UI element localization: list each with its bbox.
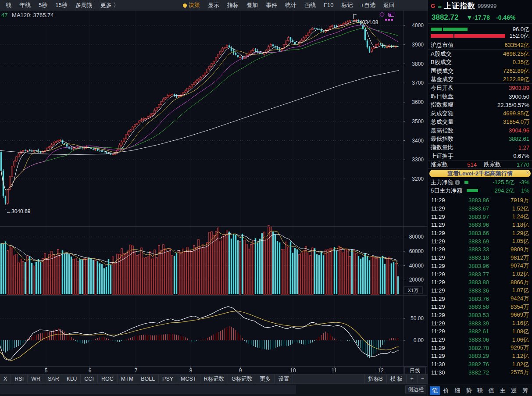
panel-tab-筹[interactable]: 筹 (520, 386, 530, 395)
sidebar-toggle-button[interactable]: 侧边栏 (405, 385, 426, 394)
sell-volume-bar-row: 152.0亿 (431, 32, 529, 39)
period-menu-item-3[interactable]: 15秒 (51, 1, 71, 9)
tick-row[interactable]: 11:293882.789295万 (428, 344, 532, 352)
tick-row[interactable]: 11:293883.808866万 (428, 278, 532, 286)
tick-row[interactable]: 11:293882.611.08亿 (428, 327, 532, 335)
tick-row[interactable]: 11:293883.539669万 (428, 311, 532, 319)
tools-menu-item-2[interactable]: 叠加 (243, 1, 262, 9)
panel-tab-势[interactable]: 势 (464, 386, 474, 395)
indicator-button-6[interactable]: ROC (98, 375, 118, 383)
indicator-button-13[interactable]: 更多 (256, 375, 275, 383)
tick-row[interactable]: 11:293883.361.07亿 (428, 286, 532, 295)
period-menu-item-0[interactable]: 线 (2, 1, 15, 9)
tick-volume: 2575万 (511, 368, 529, 376)
tools-menu-item-7[interactable]: 标记 (337, 1, 357, 9)
panel-tab-主[interactable]: 主 (498, 386, 508, 395)
indicator-button-8[interactable]: BOLL (137, 375, 159, 383)
tools-menu-item-4[interactable]: 统计 (281, 1, 300, 9)
tick-row[interactable]: 11:293883.969074万 (428, 262, 532, 270)
g-badge[interactable]: G (431, 3, 435, 9)
period-menu-item-5[interactable]: 更多 〉 (96, 1, 123, 9)
indicator-button-5[interactable]: CCI (81, 375, 98, 383)
indicator-button-14[interactable]: 设置 (275, 375, 293, 383)
indicator-button-0[interactable]: X (0, 375, 11, 383)
stat-row-13: 上证换手0.67% (428, 152, 532, 160)
indicator-button-10[interactable]: MCST (177, 375, 200, 383)
toolbar-right-button-2[interactable]: + (406, 375, 417, 383)
stat-row-9: 总成交量31854.0万 (428, 118, 532, 126)
stat-row-11: 最低指数3882.61 (428, 135, 532, 143)
tick-row[interactable]: 11:303882.722575万 (428, 368, 532, 377)
tick-trade-list[interactable]: 11:293883.867919万11:293883.671.52亿11:293… (428, 195, 532, 385)
index-code: 999999 (478, 3, 496, 9)
candlestick-chart[interactable]: 4000390038003700360035003400330032008000… (0, 11, 428, 374)
svg-text:80000: 80000 (409, 234, 424, 240)
info-icon[interactable]: i (455, 180, 460, 185)
period-menu-item-4[interactable]: 多周期 (71, 1, 96, 9)
flag-icon[interactable] (388, 13, 394, 17)
period-menu-item-2[interactable]: 5秒 (35, 1, 51, 9)
panel-tab-笔[interactable]: 笔 (430, 386, 440, 395)
decision-button[interactable]: 决策 (179, 1, 204, 9)
level2-banner[interactable]: 查看Level-2千档高频行情 × (429, 170, 531, 177)
sell-volume-bar (431, 34, 509, 38)
hamburger-icon[interactable]: ≡ (438, 2, 442, 10)
horizontal-scrollbar-thumb[interactable] (0, 385, 296, 394)
tick-time: 11:29 (431, 336, 451, 343)
indicator-button-11[interactable]: R标记数 (200, 375, 229, 383)
tools-menu-item-6[interactable]: F10 (320, 2, 337, 8)
tick-volume: 1.12亿 (512, 352, 529, 360)
tick-volume: 9812万 (511, 254, 529, 262)
stat-label: A股成交 (431, 50, 452, 58)
tick-row[interactable]: 11:293883.771.02亿 (428, 270, 532, 278)
toolbar-right-button-0[interactable]: 指标B (364, 375, 386, 383)
toolbar-right-button-3[interactable]: − (417, 375, 428, 383)
stat-row-4: 基金成交2122.89亿 (428, 75, 532, 84)
tick-row[interactable]: 11:303882.761.02亿 (428, 360, 532, 368)
tick-row[interactable]: 11:293883.961.18亿 (428, 221, 532, 229)
tick-row[interactable]: 11:293883.189812万 (428, 253, 532, 262)
panel-tab-联[interactable]: 联 (475, 386, 485, 395)
indicator-button-4[interactable]: KDJ (63, 375, 81, 383)
svg-text:日线: 日线 (410, 367, 420, 374)
tick-row[interactable]: 11:293883.291.12亿 (428, 352, 532, 360)
svg-text:3800: 3800 (412, 61, 424, 67)
panel-tab-逆[interactable]: 逆 (509, 386, 519, 395)
tick-row[interactable]: 11:293883.339809万 (428, 246, 532, 254)
tick-row[interactable]: 11:293883.691.05亿 (428, 237, 532, 246)
tick-row[interactable]: 11:293883.661.29亿 (428, 229, 532, 237)
stat-value: 633542亿 (505, 41, 529, 49)
panel-tab-细[interactable]: 细 (453, 386, 463, 395)
tick-row[interactable]: 11:293883.061.06亿 (428, 335, 532, 344)
tick-time: 11:29 (431, 320, 451, 327)
tick-row[interactable]: 11:293883.588354万 (428, 303, 532, 311)
diamond-icon[interactable] (379, 12, 384, 17)
indicator-button-2[interactable]: WR (28, 375, 44, 383)
tick-row[interactable]: 11:293883.867919万 (428, 196, 532, 204)
close-icon[interactable]: × (526, 170, 529, 175)
panel-tab-价[interactable]: 价 (441, 386, 451, 395)
indicator-button-1[interactable]: RSI (11, 375, 28, 383)
tick-row[interactable]: 11:293883.391.16亿 (428, 319, 532, 328)
tools-menu-item-5[interactable]: 画线 (300, 1, 320, 9)
tick-row[interactable]: 11:293883.769424万 (428, 295, 532, 303)
indicator-button-12[interactable]: G标记数 (228, 375, 256, 383)
period-menu-item-1[interactable]: 年线 (15, 1, 35, 9)
tick-row[interactable]: 11:293883.671.52亿 (428, 204, 532, 213)
tools-menu-item-9[interactable]: 返回 (379, 1, 399, 9)
tools-menu-item-1[interactable]: 指标 (223, 1, 243, 9)
tools-menu-item-0[interactable]: 显示 (204, 1, 223, 9)
toolbar-right-button-1[interactable]: 模 板 (386, 375, 406, 383)
market-stats: 沪总市值633542亿A股成交4698.25亿B股成交0.35亿国债成交7262… (428, 41, 532, 160)
panel-tab-值[interactable]: 值 (486, 386, 496, 395)
tick-price: 3883.80 (451, 279, 489, 285)
tools-menu: 决策 显示指标叠加事件统计画线F10标记+自选返回 (179, 1, 426, 9)
tools-menu-item-3[interactable]: 事件 (262, 1, 281, 9)
indicator-button-9[interactable]: PSY (159, 375, 177, 383)
indicator-button-7[interactable]: MTM (118, 375, 137, 383)
stat-label: 最高指数 (431, 127, 453, 135)
chart-area[interactable]: 47 MA120: 3765.74 4000390038003700360035… (0, 11, 428, 374)
tools-menu-item-8[interactable]: +自选 (357, 1, 379, 9)
indicator-button-3[interactable]: SAR (44, 375, 63, 383)
tick-row[interactable]: 11:293883.971.24亿 (428, 213, 532, 221)
